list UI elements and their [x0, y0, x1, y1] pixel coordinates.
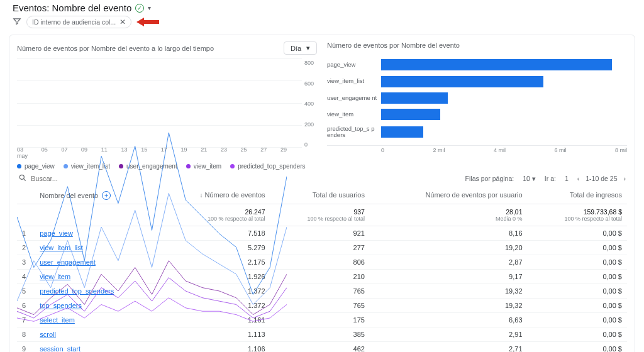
- col-epu[interactable]: Número de eventos por usuario: [370, 187, 528, 204]
- bar-chart: Número de eventos por Nombre del evento …: [327, 41, 627, 170]
- bar-row: view_item_list: [327, 76, 627, 87]
- pagination: Filas por página: 10 ▾ Ir a: 1 ‹ 1-10 de…: [465, 173, 626, 184]
- bar-row: user_engageme nt: [327, 92, 627, 104]
- line-chart: Número de eventos por Nombre del evento …: [17, 41, 317, 170]
- arrow-indicator: [136, 18, 159, 26]
- page-title: Eventos: Nombre del evento: [13, 3, 131, 13]
- chevron-down-icon: ▾: [532, 175, 536, 182]
- bar-chart-title: Número de eventos por Nombre del evento: [327, 41, 460, 49]
- rows-per-page-label: Filas por página:: [465, 175, 514, 182]
- close-icon[interactable]: ✕: [119, 18, 126, 26]
- event-link[interactable]: scroll: [40, 331, 56, 338]
- check-icon: ✓: [135, 4, 144, 13]
- filter-icon[interactable]: [13, 17, 21, 28]
- table-row: 9session_start1.1064622,710,00 $: [17, 342, 627, 353]
- bar-row: predicted_top_s penders: [327, 126, 627, 139]
- bar-row: page_view: [327, 59, 627, 70]
- line-chart-title: Número de eventos por Nombre del evento …: [17, 45, 214, 52]
- granularity-select[interactable]: Día ▾: [284, 41, 317, 55]
- goto-label: Ir a:: [545, 175, 556, 182]
- goto-page-value[interactable]: 1: [562, 173, 571, 184]
- bar-row: view_item: [327, 109, 627, 120]
- event-link[interactable]: session_start: [40, 345, 80, 352]
- filter-chip[interactable]: ID interno de audiencia col... ✕: [26, 16, 131, 28]
- col-revenue[interactable]: Total de ingresos: [528, 187, 627, 204]
- page-range: 1-10 de 25: [586, 175, 617, 182]
- rows-per-page-select[interactable]: 10 ▾: [520, 173, 538, 184]
- title-dropdown-icon[interactable]: ▾: [148, 4, 151, 11]
- chevron-down-icon: ▾: [306, 44, 310, 52]
- chevron-left-icon[interactable]: ‹: [577, 175, 580, 182]
- chevron-right-icon[interactable]: ›: [624, 175, 626, 182]
- svg-marker-0: [136, 18, 159, 26]
- filter-chip-label: ID interno de audiencia col...: [32, 18, 116, 26]
- table-row: 8scroll1.1133852,910,00 $: [17, 327, 627, 342]
